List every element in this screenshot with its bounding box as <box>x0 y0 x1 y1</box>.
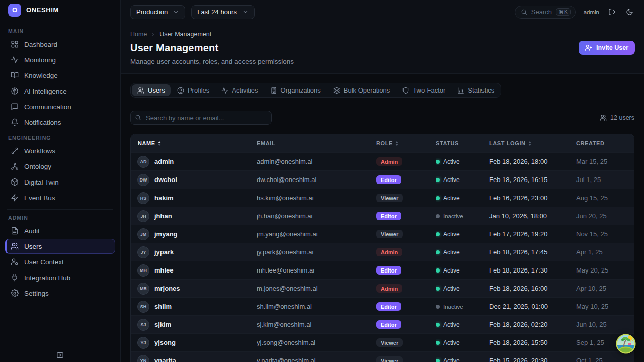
sidebar-item-users[interactable]: Users <box>5 239 115 254</box>
sidebar-item-digital-twin[interactable]: Digital Twin <box>5 174 115 190</box>
user-email: sj.kim@oneshim.ai <box>257 321 376 328</box>
logout-button[interactable] <box>607 7 617 17</box>
tab-label: Activities <box>232 86 258 94</box>
status-dot-icon <box>436 232 440 236</box>
column-header-last-login[interactable]: Last Login <box>489 140 576 146</box>
table-row[interactable]: JY jypark jy.park@oneshim.ai Admin Activ… <box>131 243 634 261</box>
island-fab-button[interactable] <box>616 334 636 354</box>
section-label-engineering: ENGINEERING <box>8 135 112 141</box>
sidebar-item-dashboard[interactable]: Dashboard <box>5 37 115 52</box>
sidebar-item-audit[interactable]: Audit <box>5 223 115 238</box>
sidebar-item-event-bus[interactable]: Event Bus <box>5 190 115 205</box>
table-row[interactable]: JH jhhan jh.han@oneshim.ai Editor Inacti… <box>131 207 634 225</box>
sidebar-item-notifications[interactable]: Notifications <box>5 115 115 130</box>
status-badge: Active <box>436 176 489 184</box>
created-date: Nov 15, 25 <box>576 230 634 238</box>
table-row[interactable]: MH mhlee mh.lee@oneshim.ai Editor Active… <box>131 261 634 279</box>
search-icon <box>135 114 141 121</box>
table-row[interactable]: HS hskim hs.kim@oneshim.ai Viewer Active… <box>131 189 634 207</box>
status-badge: Active <box>436 339 489 346</box>
table-row[interactable]: YN ynarita y.narita@oneshim.ai Viewer Ac… <box>131 351 634 362</box>
user-email: y.narita@oneshim.ai <box>257 357 376 362</box>
user-count-label: 12 users <box>610 114 634 121</box>
layers-icon <box>333 87 340 94</box>
user-name: admin <box>154 158 174 165</box>
sidebar-item-ai-intelligence[interactable]: AI Intelligence <box>5 83 115 99</box>
invite-user-label: Invite User <box>596 44 628 51</box>
collapse-sidebar-icon[interactable] <box>56 351 64 359</box>
tab-activities[interactable]: Activities <box>216 84 263 96</box>
activity-icon <box>221 87 228 94</box>
sidebar-item-user-context[interactable]: User Context <box>5 254 115 269</box>
table-row[interactable]: AD admin admin@oneshim.ai Admin Active F… <box>131 152 634 170</box>
tab-users[interactable]: Users <box>132 84 171 96</box>
status-badge: Active <box>436 158 489 165</box>
bar-chart-icon <box>457 87 464 94</box>
tab-bulk-operations[interactable]: Bulk Operations <box>328 84 396 96</box>
sidebar-item-knowledge[interactable]: Knowledge <box>5 68 115 83</box>
user-name: jmyang <box>154 230 178 238</box>
sidebar-item-monitoring[interactable]: Monitoring <box>5 52 115 67</box>
status-badge: Active <box>436 249 489 256</box>
avatar: YJ <box>137 337 149 349</box>
book-icon <box>11 71 19 79</box>
user-count: 12 users <box>600 114 634 121</box>
table-row[interactable]: JM jmyang jm.yang@oneshim.ai Viewer Acti… <box>131 225 634 243</box>
user-search-input[interactable] <box>130 111 272 125</box>
sidebar-item-communication[interactable]: Communication <box>5 99 115 114</box>
status-dot-icon <box>436 341 440 345</box>
search-icon <box>521 9 527 15</box>
theme-toggle-moon-icon[interactable] <box>625 7 634 17</box>
sidebar-item-label: Digital Twin <box>24 178 59 186</box>
sidebar-item-integration-hub[interactable]: Integration Hub <box>5 270 115 285</box>
cube-icon <box>11 178 19 186</box>
sidebar-nav: MAIN Dashboard Monitoring Knowledge AI I… <box>0 20 120 348</box>
table-row[interactable]: SJ sjkim sj.kim@oneshim.ai Editor Active… <box>131 315 634 333</box>
last-login: Feb 16, 2026, 23:00 <box>489 194 576 202</box>
status-badge: Active <box>436 267 489 274</box>
brain-icon <box>11 87 19 95</box>
topbar-right: Search ⌘K admin <box>515 6 634 19</box>
sidebar-item-settings[interactable]: Settings <box>5 286 115 301</box>
invite-user-button[interactable]: Invite User <box>579 41 635 55</box>
last-login: Feb 15, 2026, 20:30 <box>489 357 576 362</box>
column-header-name[interactable]: Name <box>131 140 257 146</box>
environment-select[interactable]: Production <box>130 5 185 19</box>
tab-profiles[interactable]: Profiles <box>172 84 215 96</box>
table-row[interactable]: SH shlim sh.lim@oneshim.ai Editor Inacti… <box>131 297 634 315</box>
main-area: Production Last 24 hours Search ⌘K admin… <box>121 0 644 362</box>
brand: O ONESHIM <box>0 0 120 20</box>
tab-statistics[interactable]: Statistics <box>452 84 500 96</box>
avatar: HS <box>137 192 149 204</box>
last-login: Jan 10, 2026, 18:00 <box>489 212 576 220</box>
breadcrumb-home[interactable]: Home <box>130 31 147 38</box>
activity-icon <box>11 56 19 64</box>
sidebar-item-workflows[interactable]: Workflows <box>5 143 115 158</box>
last-login: Feb 18, 2026, 17:45 <box>489 248 576 256</box>
global-search[interactable]: Search ⌘K <box>515 6 576 19</box>
sidebar-item-ontology[interactable]: Ontology <box>5 159 115 174</box>
tab-two-factor[interactable]: Two-Factor <box>396 84 451 96</box>
time-range-select[interactable]: Last 24 hours <box>191 5 255 19</box>
user-name: mrjones <box>154 285 180 292</box>
tabbar: Users Profiles Activities Organizations … <box>130 83 501 98</box>
sidebar-item-label: Monitoring <box>24 56 56 64</box>
role-badge: Admin <box>376 284 403 293</box>
file-text-icon <box>11 227 19 235</box>
table-row[interactable]: MR mrjones m.jones@oneshim.ai Admin Acti… <box>131 279 634 297</box>
user-email: jm.yang@oneshim.ai <box>257 230 376 238</box>
table-row[interactable]: YJ yjsong yj.song@oneshim.ai Viewer Acti… <box>131 333 634 351</box>
column-header-role[interactable]: Role <box>376 140 436 146</box>
page-subtitle: Manage user accounts, roles, and access … <box>130 58 635 65</box>
role-badge: Admin <box>376 248 403 256</box>
role-badge: Viewer <box>376 356 403 362</box>
avatar: JM <box>137 228 149 240</box>
user-email: jy.park@oneshim.ai <box>257 248 376 256</box>
tab-organizations[interactable]: Organizations <box>265 84 327 96</box>
status-dot-icon <box>436 160 440 164</box>
sidebar: O ONESHIM MAIN Dashboard Monitoring Know… <box>0 0 121 362</box>
search-shortcut-badge: ⌘K <box>556 8 571 16</box>
user-email: m.jones@oneshim.ai <box>257 285 376 292</box>
status-label: Inactive <box>443 213 463 219</box>
table-row[interactable]: DW dwchoi dw.choi@oneshim.ai Editor Acti… <box>131 170 634 189</box>
